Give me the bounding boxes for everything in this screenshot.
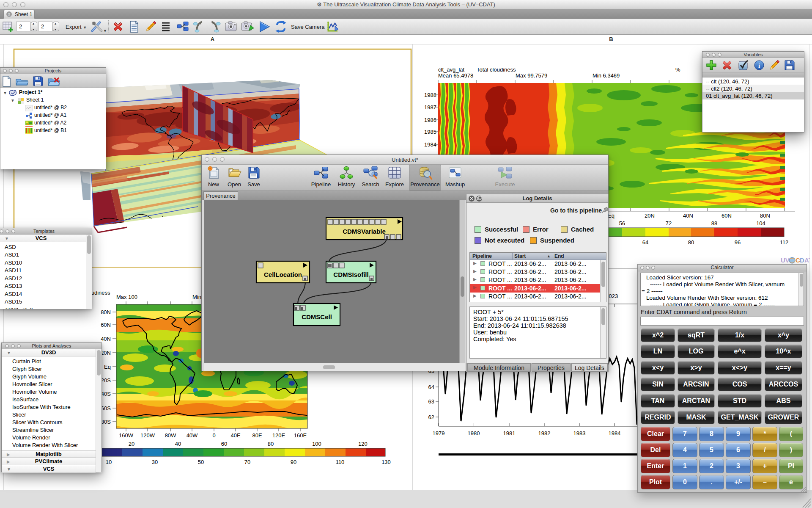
svg-text:80S: 80S bbox=[101, 419, 111, 425]
svg-text:90: 90 bbox=[291, 459, 296, 465]
svg-text:60N: 60N bbox=[101, 322, 111, 328]
svg-text:160E: 160E bbox=[294, 432, 307, 439]
svg-text:AT: AT bbox=[804, 257, 810, 264]
svg-text:D: D bbox=[800, 257, 804, 264]
svg-text:120W: 120W bbox=[140, 432, 155, 439]
svg-text:CDMSIsofill: CDMSIsofill bbox=[333, 271, 368, 278]
svg-text:0: 0 bbox=[212, 432, 215, 439]
svg-text:Max 99.7579: Max 99.7579 bbox=[516, 72, 547, 79]
svg-text:Mean 65.4978: Mean 65.4978 bbox=[438, 72, 473, 79]
svg-text:64: 64 bbox=[642, 239, 648, 246]
svg-text:88: 88 bbox=[711, 220, 717, 226]
svg-text:80: 80 bbox=[688, 239, 694, 246]
svg-text:40S: 40S bbox=[101, 391, 111, 397]
svg-text:CellLocation: CellLocation bbox=[264, 271, 302, 278]
svg-text:80N: 80N bbox=[101, 309, 111, 315]
svg-text:60N: 60N bbox=[721, 213, 732, 219]
svg-text:i: i bbox=[758, 62, 760, 69]
svg-text:40N: 40N bbox=[101, 336, 111, 342]
svg-text:UV: UV bbox=[781, 257, 790, 264]
svg-text:40N: 40N bbox=[683, 213, 693, 219]
svg-text:100: 100 bbox=[312, 441, 321, 447]
svg-text:96: 96 bbox=[735, 239, 741, 246]
svg-text:120: 120 bbox=[358, 441, 368, 447]
svg-text:CDMSVariable: CDMSVariable bbox=[343, 228, 386, 235]
svg-text:10: 10 bbox=[106, 459, 112, 465]
svg-text:80E: 80E bbox=[252, 432, 262, 439]
svg-text:112: 112 bbox=[780, 239, 789, 246]
svg-text:120E: 120E bbox=[272, 432, 285, 439]
svg-text:Eq: Eq bbox=[608, 213, 614, 219]
svg-text:20: 20 bbox=[129, 441, 134, 447]
svg-text:40: 40 bbox=[175, 441, 181, 447]
svg-text:130: 130 bbox=[381, 459, 391, 465]
svg-text:30: 30 bbox=[152, 459, 158, 465]
svg-text:Max 100: Max 100 bbox=[116, 294, 137, 300]
svg-text:CDMSCell: CDMSCell bbox=[302, 313, 332, 320]
svg-text:80N: 80N bbox=[760, 213, 770, 219]
svg-text:1984: 1984 bbox=[609, 430, 621, 436]
svg-text:1983: 1983 bbox=[573, 430, 586, 436]
svg-text:63: 63 bbox=[428, 398, 434, 405]
svg-text:72: 72 bbox=[666, 220, 672, 226]
svg-text:70: 70 bbox=[244, 459, 250, 465]
svg-text:60: 60 bbox=[221, 441, 227, 447]
svg-text:Total cloudiness: Total cloudiness bbox=[477, 66, 516, 73]
svg-text:60S: 60S bbox=[101, 405, 111, 411]
svg-text:104: 104 bbox=[756, 220, 765, 226]
svg-text:56: 56 bbox=[619, 220, 625, 226]
svg-text:62: 62 bbox=[428, 414, 434, 420]
svg-text:1979: 1979 bbox=[433, 430, 445, 436]
svg-text:40W: 40W bbox=[187, 432, 198, 439]
svg-text:clt_avg_lat: clt_avg_lat bbox=[438, 66, 465, 73]
svg-text:1982: 1982 bbox=[538, 430, 551, 436]
svg-text:20N: 20N bbox=[101, 350, 111, 356]
svg-text:1981: 1981 bbox=[503, 430, 516, 436]
svg-text:Eq: Eq bbox=[104, 364, 111, 370]
svg-text:20S: 20S bbox=[101, 377, 111, 384]
svg-text:%: % bbox=[675, 66, 680, 73]
svg-text:1980: 1980 bbox=[468, 430, 480, 436]
svg-text:20N: 20N bbox=[645, 213, 655, 219]
svg-text:▼: ▼ bbox=[103, 29, 107, 33]
svg-text:80: 80 bbox=[268, 441, 274, 447]
svg-text:Min 6.3469: Min 6.3469 bbox=[593, 72, 620, 79]
svg-text:64: 64 bbox=[428, 384, 434, 390]
svg-text:110: 110 bbox=[336, 459, 345, 465]
svg-text:160W: 160W bbox=[119, 432, 134, 439]
svg-text:80W: 80W bbox=[165, 432, 176, 439]
svg-text:40E: 40E bbox=[230, 432, 240, 439]
svg-text:50: 50 bbox=[198, 459, 204, 465]
